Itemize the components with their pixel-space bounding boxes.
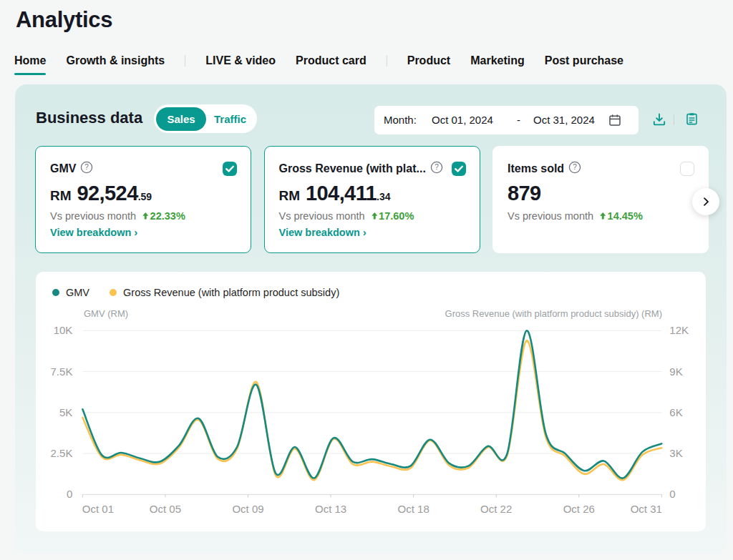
sales-traffic-toggle: SalesTraffic (154, 104, 257, 133)
trend-up-icon (142, 212, 149, 220)
metric-title: GMV (50, 162, 76, 175)
metric-compare: Vs previous month14.45% (508, 210, 643, 222)
metric-decimal: .34 (377, 191, 390, 202)
view-breakdown-label: View breakdown (50, 227, 131, 238)
metric-value: RM104,411.34 (279, 182, 470, 205)
view-breakdown-label: View breakdown (279, 227, 360, 238)
trend-up-icon (600, 212, 606, 220)
metric-amount: 92,524 (77, 182, 138, 205)
date-separator: - (517, 114, 520, 127)
metric-compare: Vs previous month17.60% (279, 210, 414, 222)
tab-label: Post purchase (545, 54, 623, 67)
tab-label: LIVE & video (205, 54, 276, 67)
left-axis-tick-label: 2.5K (51, 447, 73, 459)
right-axis-tick-label: 12K (669, 324, 689, 336)
tab-label: Growth & insights (66, 54, 165, 67)
calendar-icon[interactable] (608, 114, 621, 127)
right-axis-tick-label: 0 (669, 488, 675, 500)
svg-text:?: ? (435, 163, 439, 171)
chart-card: GMVGross Revenue (with platform product … (36, 272, 706, 531)
trend-value: 22.33% (150, 210, 185, 222)
date-end-value[interactable]: Oct 31, 2024 (533, 114, 595, 127)
metric-amount: 879 (508, 182, 541, 205)
metric-currency: RM (50, 188, 72, 204)
metric-card-title-row: Items sold? (508, 161, 696, 177)
download-icon[interactable] (652, 112, 666, 127)
date-range-label: Month: (384, 114, 417, 127)
tab-marketing[interactable]: Marketing (470, 53, 525, 69)
svg-text:?: ? (573, 163, 577, 171)
tab-product[interactable]: Product (407, 53, 450, 69)
question-circle-icon[interactable]: ? (568, 161, 581, 177)
date-range-picker[interactable]: Month: Oct 01, 2024 - Oct 31, 2024 (374, 106, 639, 134)
left-axis-tick-label: 5K (59, 406, 72, 418)
metric-checkbox[interactable] (223, 162, 237, 176)
metric-value: 879 (508, 182, 698, 205)
tab-post-purchase[interactable]: Post purchase (545, 53, 623, 69)
metric-card-title-row: Gross Revenue (with plat...? (279, 161, 468, 177)
x-axis-tick-label: Oct 13 (315, 503, 346, 515)
metric-compare: Vs previous month22.33% (50, 210, 185, 222)
question-circle-icon[interactable]: ? (80, 161, 93, 177)
compare-label: Vs previous month (508, 210, 593, 222)
x-axis-tick-label: Oct 09 (232, 503, 263, 515)
actions-divider (674, 114, 674, 125)
tab-home[interactable]: Home (14, 53, 46, 69)
view-breakdown-link[interactable]: View breakdown› (279, 226, 366, 238)
metric-value: RM92,524.59 (50, 182, 241, 205)
metric-card-gross-revenue-with-plat[interactable]: Gross Revenue (with plat...?RM104,411.34… (264, 146, 480, 253)
metric-card-title-row: GMV? (50, 161, 239, 177)
chevron-right-icon (701, 197, 711, 207)
tab-label: Product card (296, 54, 366, 67)
tab-label: Home (14, 54, 46, 67)
x-axis-tick-label: Oct 18 (398, 503, 429, 515)
svg-text:?: ? (85, 163, 89, 171)
x-axis-tick-label: Oct 26 (563, 503, 595, 515)
chevron-right-icon: › (363, 226, 366, 238)
panel-heading: Business data (36, 109, 142, 127)
left-axis-tick-label: 10K (54, 324, 73, 336)
toggle-option-sales[interactable]: Sales (156, 107, 206, 131)
analytics-tabs: HomeGrowth & insightsLIVE & videoProduct… (14, 53, 623, 69)
metric-amount: 104,411 (306, 182, 377, 205)
right-axis-tick-label: 9K (669, 365, 682, 378)
left-axis-tick-label: 0 (67, 488, 72, 500)
tab-divider (185, 55, 185, 67)
series-line-gmv (82, 330, 661, 478)
x-axis-tick-label: Oct 22 (480, 503, 512, 515)
metric-checkbox[interactable] (680, 162, 694, 176)
metric-currency: RM (279, 188, 301, 204)
trend-up-icon (372, 212, 378, 220)
compare-label: Vs previous month (50, 210, 136, 222)
date-start-value[interactable]: Oct 01, 2024 (432, 114, 493, 127)
right-axis-tick-label: 3K (669, 447, 682, 459)
chevron-right-icon: › (134, 226, 137, 238)
x-axis-tick-label: Oct 05 (150, 503, 181, 515)
metric-checkbox[interactable] (452, 162, 466, 176)
page-title: Analytics (16, 7, 112, 33)
tab-divider (387, 55, 387, 67)
toggle-option-traffic[interactable]: Traffic (206, 107, 254, 131)
metric-title: Gross Revenue (with plat... (279, 162, 426, 175)
metric-title: Items sold (508, 162, 564, 175)
left-axis-tick-label: 7.5K (51, 365, 73, 378)
compare-label: Vs previous month (279, 210, 365, 222)
report-icon[interactable] (685, 112, 699, 127)
line-chart[interactable]: 002.5K3K5K6K7.5K9K10K12KOct 01Oct 05Oct … (36, 272, 706, 531)
trend-value: 14.45% (608, 210, 643, 222)
metric-card-gmv[interactable]: GMV?RM92,524.59Vs previous month22.33%Vi… (35, 146, 251, 253)
tab-live-video[interactable]: LIVE & video (205, 53, 276, 69)
active-tab-underline (14, 73, 46, 75)
view-breakdown-link[interactable]: View breakdown› (50, 226, 137, 238)
tab-product-card[interactable]: Product card (296, 53, 366, 69)
question-circle-icon[interactable]: ? (430, 161, 443, 177)
trend-value: 17.60% (379, 210, 414, 222)
x-axis-tick-label: Oct 01 (82, 503, 114, 515)
metric-card-items-sold[interactable]: Items sold?879Vs previous month14.45% (492, 146, 709, 253)
tab-label: Product (407, 54, 450, 67)
right-axis-tick-label: 6K (669, 406, 682, 418)
business-data-panel: Business data SalesTraffic Month: Oct 01… (15, 84, 727, 554)
metric-decimal: .59 (138, 191, 152, 202)
tab-growth-insights[interactable]: Growth & insights (66, 53, 165, 69)
next-cards-button[interactable] (692, 188, 719, 215)
